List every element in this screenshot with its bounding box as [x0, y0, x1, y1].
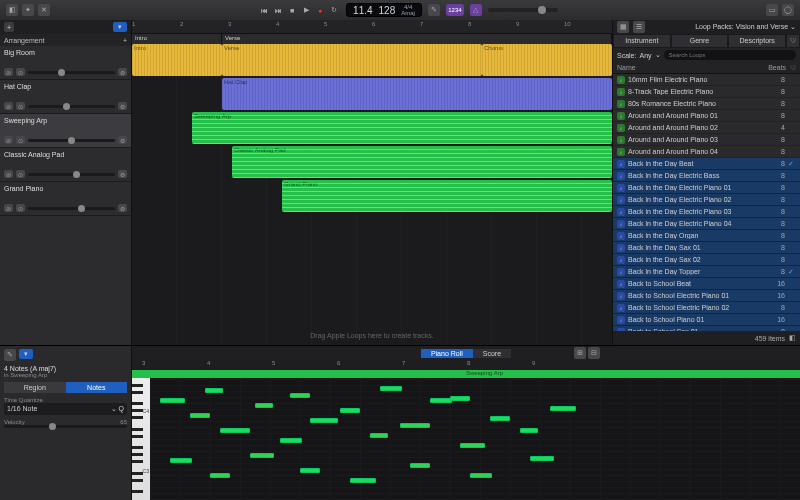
- midi-note[interactable]: [450, 396, 470, 401]
- midi-note[interactable]: [170, 458, 192, 463]
- tab-genre[interactable]: Genre: [671, 34, 729, 48]
- cycle-button[interactable]: ↻: [328, 4, 340, 16]
- add-track-button[interactable]: +: [4, 22, 14, 32]
- track-lanes[interactable]: Intro Verse Chorus Hat Clap Sweeping Arp…: [132, 44, 612, 345]
- midi-note[interactable]: [520, 428, 538, 433]
- favorites-filter-button[interactable]: ♡: [786, 34, 800, 48]
- loop-view-icon-button[interactable]: ▦: [617, 21, 629, 33]
- loop-row[interactable]: ♪Around and Around Piano 018: [613, 110, 800, 122]
- midi-note[interactable]: [280, 438, 302, 443]
- track-header[interactable]: Classic Analog Pad⊘⊙⚙: [0, 148, 131, 182]
- midi-note[interactable]: [220, 428, 250, 433]
- midi-note[interactable]: [400, 423, 430, 428]
- midi-note[interactable]: [205, 388, 223, 393]
- loop-row[interactable]: ♪Back to School Beat16: [613, 278, 800, 290]
- midi-note[interactable]: [370, 433, 388, 438]
- loop-row[interactable]: ♪Back in the Day Organ8: [613, 230, 800, 242]
- loop-row[interactable]: ♪Back in the Day Beat8✓: [613, 158, 800, 170]
- loop-favorite-toggle[interactable]: ✓: [788, 268, 796, 276]
- notepad-button[interactable]: ▭: [766, 4, 778, 16]
- track-volume-slider[interactable]: [28, 207, 115, 210]
- master-volume-slider[interactable]: [488, 8, 558, 12]
- editor-snap-button[interactable]: ⊞: [574, 347, 586, 359]
- lcd-display[interactable]: 11.4 128 4/4Amaj: [346, 3, 422, 17]
- midi-note[interactable]: [470, 473, 492, 478]
- loop-row[interactable]: ♪Back in the Day Sax 018: [613, 242, 800, 254]
- piano-keyboard[interactable]: C4 C3: [132, 378, 150, 500]
- region-hatclap[interactable]: Hat Clap: [222, 78, 612, 110]
- tempo-value[interactable]: 128: [379, 5, 396, 16]
- col-name[interactable]: Name: [617, 64, 636, 71]
- midi-note[interactable]: [550, 406, 576, 411]
- solo-button[interactable]: ⊙: [16, 102, 25, 110]
- midi-note[interactable]: [490, 416, 510, 421]
- loop-browser-button[interactable]: ◯: [782, 4, 794, 16]
- track-volume-slider[interactable]: [28, 173, 115, 176]
- region-bigroom-verse[interactable]: Verse: [222, 44, 482, 76]
- loop-row[interactable]: ♪Back in the Day Electric Bass8: [613, 170, 800, 182]
- marker-intro[interactable]: Intro: [132, 34, 222, 44]
- arrangement-add-button[interactable]: +: [123, 37, 127, 44]
- midi-note[interactable]: [250, 453, 274, 458]
- loop-row[interactable]: ♪Around and Around Piano 024: [613, 122, 800, 134]
- loop-view-list-button[interactable]: ☰: [633, 21, 645, 33]
- loop-row[interactable]: ♪16mm Film Electric Piano8: [613, 74, 800, 86]
- loop-row[interactable]: ♪Back in the Day Electric Piano 028: [613, 194, 800, 206]
- midi-note[interactable]: [290, 393, 310, 398]
- midi-note[interactable]: [190, 413, 210, 418]
- loop-row[interactable]: ♪Back in the Day Topper8✓: [613, 266, 800, 278]
- mute-button[interactable]: ⊘: [4, 68, 13, 76]
- key-signature[interactable]: Amaj: [401, 10, 415, 16]
- metronome-button[interactable]: △: [470, 4, 482, 16]
- midi-note[interactable]: [210, 473, 230, 478]
- loop-list[interactable]: ♪16mm Film Electric Piano8♪8-Track Tape …: [613, 74, 800, 331]
- midi-note[interactable]: [300, 468, 320, 473]
- record-button[interactable]: ●: [314, 4, 326, 16]
- region-grand-piano[interactable]: Grand Piano: [282, 180, 612, 212]
- mute-button[interactable]: ⊘: [4, 102, 13, 110]
- tab-descriptors[interactable]: Descriptors: [728, 34, 786, 48]
- midi-note[interactable]: [255, 403, 273, 408]
- smart-controls-button[interactable]: ✕: [38, 4, 50, 16]
- library-toggle-button[interactable]: ◧: [6, 4, 18, 16]
- solo-button[interactable]: ⊙: [16, 136, 25, 144]
- midi-note[interactable]: [310, 418, 338, 423]
- marker-verse[interactable]: Verse: [222, 34, 612, 44]
- solo-button[interactable]: ⊙: [16, 68, 25, 76]
- track-header[interactable]: Hat Clap⊘⊙⚙: [0, 80, 131, 114]
- loop-row[interactable]: ♪Back to School Piano 0116: [613, 314, 800, 326]
- track-volume-slider[interactable]: [28, 139, 115, 142]
- track-settings-button[interactable]: ⚙: [118, 102, 127, 110]
- loop-row[interactable]: ♪Back to School Electric Piano 028: [613, 302, 800, 314]
- midi-note[interactable]: [460, 443, 485, 448]
- region-classic-analog-pad[interactable]: Classic Analog Pad: [232, 146, 612, 178]
- editor-catch-button[interactable]: ⊟: [588, 347, 600, 359]
- track-volume-slider[interactable]: [28, 105, 115, 108]
- piano-roll-grid[interactable]: [150, 378, 800, 500]
- loop-packs-dropdown[interactable]: Vision and Verse: [736, 23, 788, 30]
- loop-row[interactable]: ♪Back in the Day Electric Piano 038: [613, 206, 800, 218]
- playhead-position[interactable]: 11.4: [353, 5, 372, 16]
- track-settings-button[interactable]: ⚙: [118, 136, 127, 144]
- timeline-ruler[interactable]: 12345678910: [132, 20, 612, 34]
- midi-note[interactable]: [530, 456, 554, 461]
- stop-button[interactable]: ■: [286, 4, 298, 16]
- midi-note[interactable]: [340, 408, 360, 413]
- loop-row[interactable]: ♪80s Romance Electric Piano8: [613, 98, 800, 110]
- solo-button[interactable]: ⊙: [16, 204, 25, 212]
- track-header[interactable]: Big Room⊘⊙⚙: [0, 46, 131, 80]
- region-sweeping-arp[interactable]: Sweeping Arp: [192, 112, 612, 144]
- toolbox-button[interactable]: ✦: [22, 4, 34, 16]
- piano-roll-ruler[interactable]: 3456789: [132, 360, 800, 370]
- mute-button[interactable]: ⊘: [4, 204, 13, 212]
- tab-score[interactable]: Score: [473, 349, 511, 358]
- loop-row[interactable]: ♪Around and Around Piano 038: [613, 134, 800, 146]
- seg-notes[interactable]: Notes: [66, 382, 128, 393]
- track-header[interactable]: Sweeping Arp⊘⊙⚙: [0, 114, 131, 148]
- seg-region[interactable]: Region: [4, 382, 66, 393]
- editor-tool-button[interactable]: ✎: [4, 349, 16, 361]
- loop-row[interactable]: ♪Back in the Day Sax 028: [613, 254, 800, 266]
- midi-note[interactable]: [410, 463, 430, 468]
- mute-button[interactable]: ⊘: [4, 136, 13, 144]
- loop-row[interactable]: ♪Back in the Day Electric Piano 048: [613, 218, 800, 230]
